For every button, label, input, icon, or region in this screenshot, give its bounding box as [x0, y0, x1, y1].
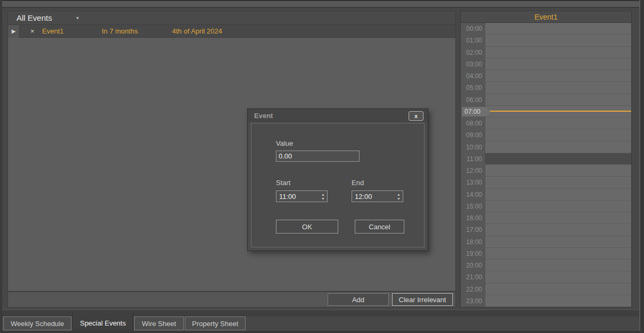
- timeline-hour-cell[interactable]: [485, 94, 631, 106]
- timeline-rows: 00:0001:0002:0003:0004:0005:0006:0007:00…: [461, 23, 631, 307]
- timeline-hour-label: 11:00: [461, 153, 485, 165]
- timeline-hour-cell[interactable]: [485, 224, 631, 236]
- timeline-hour-label: 13:00: [461, 177, 485, 188]
- timeline-hour-label: 10:00: [461, 141, 485, 153]
- cancel-button[interactable]: Cancel: [355, 220, 404, 234]
- timeline-hour-label: 00:00: [461, 23, 485, 35]
- tab-bar: Weekly ScheduleSpecial EventsWire SheetP…: [3, 317, 246, 330]
- start-label: Start: [276, 179, 290, 187]
- timeline-hour-label: 03:00: [461, 59, 485, 70]
- end-time-field[interactable]: [352, 190, 403, 202]
- timeline-hour-cell[interactable]: [485, 106, 631, 118]
- timeline-hour-cell[interactable]: [485, 165, 631, 177]
- timeline-hour-cell[interactable]: [485, 177, 631, 188]
- events-panel-footer: Add Clear Irrelevant: [8, 291, 455, 307]
- tab-weekly-schedule[interactable]: Weekly Schedule: [3, 317, 71, 330]
- event-dialog: Event x Value Start ▲ ▼ End ▲ ▼ OK Cance…: [247, 109, 428, 251]
- event-dialog-titlebar[interactable]: Event x: [248, 109, 428, 122]
- timeline-row: 23:00: [461, 295, 631, 307]
- timeline-row: 08:00: [461, 118, 631, 129]
- event-relative-time: In 7 months: [102, 27, 138, 35]
- ok-button[interactable]: OK: [276, 220, 338, 234]
- clear-irrelevant-button[interactable]: Clear Irrelevant: [392, 293, 453, 306]
- timeline-hour-label: 09:00: [461, 129, 485, 141]
- timeline-hour-cell[interactable]: [485, 118, 631, 129]
- timeline-hour-cell[interactable]: [485, 141, 631, 153]
- timeline-hour-label: 04:00: [461, 70, 485, 82]
- window-right-edge: [639, 0, 644, 333]
- timeline-hour-cell[interactable]: [485, 295, 631, 307]
- events-filter-bar[interactable]: All Events ▾: [8, 11, 455, 25]
- timeline-hour-cell[interactable]: [485, 23, 631, 35]
- close-icon[interactable]: x: [409, 111, 423, 121]
- timeline-hour-label: 14:00: [461, 189, 485, 201]
- event-list-row[interactable]: ▶ × Event1 In 7 months 4th of April 2024: [8, 25, 455, 38]
- timeline-row: 18:00: [461, 236, 631, 248]
- timeline-hour-cell[interactable]: [485, 201, 631, 212]
- timeline-row: 03:00: [461, 59, 631, 70]
- window-left-edge: [0, 0, 2, 333]
- tab-special-events[interactable]: Special Events: [72, 313, 133, 330]
- timeline-title: Event1: [461, 11, 631, 23]
- window-bottom-edge: [0, 331, 644, 333]
- timeline-hour-label: 19:00: [461, 248, 485, 260]
- timeline-row: 00:00: [461, 23, 631, 35]
- timeline-hour-label: 18:00: [461, 236, 485, 248]
- tab-property-sheet[interactable]: Property Sheet: [185, 317, 246, 330]
- timeline-row: 22:00: [461, 284, 631, 295]
- timeline-hour-cell[interactable]: [485, 189, 631, 201]
- timeline-hour-cell[interactable]: [485, 129, 631, 141]
- timeline-hour-label: 02:00: [461, 47, 485, 59]
- time-marker-line: [485, 111, 631, 112]
- timeline-hour-cell[interactable]: [485, 236, 631, 248]
- stepper-up-icon[interactable]: ▲: [321, 193, 325, 196]
- timeline-row: 01:00: [461, 35, 631, 46]
- timeline-hour-cell[interactable]: [485, 59, 631, 70]
- events-filter-label[interactable]: All Events: [17, 13, 52, 22]
- timeline-hour-label: 05:00: [461, 82, 485, 94]
- timeline-row: 12:00: [461, 165, 631, 177]
- stepper-down-icon[interactable]: ▼: [321, 197, 325, 201]
- row-expand-arrow-icon[interactable]: ▶: [8, 25, 20, 38]
- timeline-hour-label: 20:00: [461, 260, 485, 271]
- timeline-hour-cell[interactable]: [485, 260, 631, 271]
- timeline-hour-cell[interactable]: [485, 248, 631, 260]
- timeline-hour-cell[interactable]: [485, 284, 631, 295]
- time-marker-pointer: 07:00: [462, 107, 491, 116]
- timeline-hour-label: 22:00: [461, 284, 485, 295]
- chevron-down-icon[interactable]: ▾: [76, 15, 79, 21]
- stepper-down-icon[interactable]: ▼: [397, 197, 401, 201]
- start-time-field[interactable]: [276, 190, 328, 202]
- timeline-hour-cell[interactable]: [485, 271, 631, 283]
- event-name[interactable]: Event1: [42, 27, 63, 35]
- timeline-hour-cell[interactable]: [485, 82, 631, 94]
- timeline-hour-cell[interactable]: [485, 47, 631, 59]
- stepper-up-icon[interactable]: ▲: [397, 193, 401, 196]
- timeline-row: 19:00: [461, 248, 631, 260]
- add-button[interactable]: Add: [328, 293, 389, 306]
- timeline-row: 07:00: [461, 106, 631, 118]
- row-delete-icon[interactable]: ×: [30, 27, 35, 35]
- timeline-hour-label: 23:00: [461, 295, 485, 307]
- event-dialog-body: Value Start ▲ ▼ End ▲ ▼ OK Cancel: [251, 123, 425, 247]
- start-time-stepper: ▲ ▼: [321, 192, 325, 201]
- timeline-hour-cell[interactable]: [485, 35, 631, 46]
- timeline-row: 11:00: [461, 153, 631, 165]
- timeline-hour-label: 16:00: [461, 212, 485, 224]
- value-field[interactable]: [276, 151, 360, 162]
- end-label: End: [352, 179, 364, 187]
- timeline-hour-label: 06:00: [461, 94, 485, 106]
- timeline-hour-cell[interactable]: [485, 153, 631, 165]
- timeline-row: 14:00: [461, 189, 631, 201]
- timeline-hour-cell[interactable]: [485, 70, 631, 82]
- timeline-hour-label: 12:00: [461, 165, 485, 177]
- timeline-hour-label: 21:00: [461, 271, 485, 283]
- tab-wire-sheet[interactable]: Wire Sheet: [134, 317, 183, 330]
- timeline-row: 20:00: [461, 260, 631, 271]
- timeline-row: 09:00: [461, 129, 631, 141]
- window-top-edge: [0, 0, 644, 8]
- timeline-hour-label: 08:00: [461, 118, 485, 129]
- timeline-row: 16:00: [461, 212, 631, 224]
- timeline-row: 13:00: [461, 177, 631, 188]
- timeline-hour-cell[interactable]: [485, 212, 631, 224]
